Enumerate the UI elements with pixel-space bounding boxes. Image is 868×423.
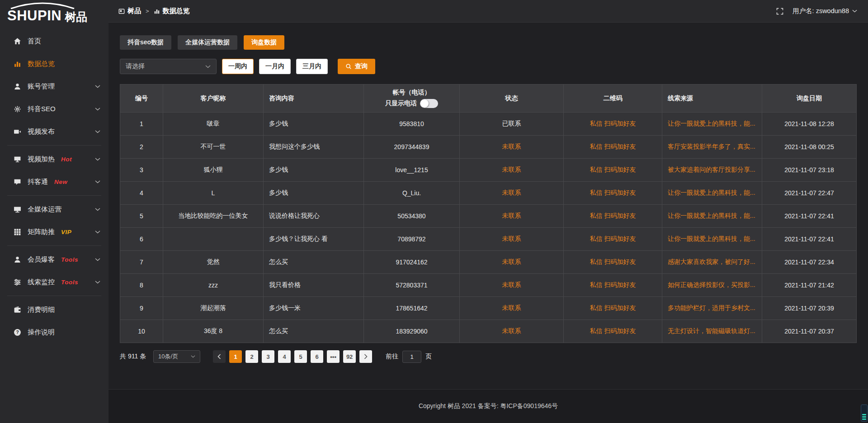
tab-douyin-seo-data[interactable]: 抖音seo数据 (120, 35, 171, 50)
tab-media-operation-data[interactable]: 全媒体运营数据 (178, 35, 237, 50)
sidebar-item-video-publish[interactable]: 视频发布 (0, 120, 108, 143)
breadcrumb-item-current[interactable]: 数据总览 (154, 7, 190, 15)
qrcode-link[interactable]: 私信 扫码加好友 (590, 212, 636, 219)
fullscreen-icon[interactable] (776, 8, 783, 15)
chevron-down-icon (95, 281, 100, 284)
next-page-button[interactable] (359, 350, 372, 363)
goto-page-input[interactable] (402, 351, 421, 363)
bar-chart-icon (154, 8, 160, 14)
page-button-5[interactable]: 5 (294, 350, 307, 363)
source-link[interactable]: 无主灯设计，智能磁吸轨道灯... (668, 327, 755, 334)
cell-status: 未联系 (460, 228, 564, 251)
page-button-6[interactable]: 6 (311, 350, 323, 363)
cell-qrcode: 私信 扫码加好友 (564, 320, 662, 343)
chevron-down-icon (852, 9, 857, 13)
cell-account: love__1215 (364, 159, 460, 182)
main-area: 树品 > 数据总览 用户名: zswodun88 (108, 0, 868, 423)
page-button-1[interactable]: 1 (229, 350, 242, 363)
cell-qrcode: 私信 扫码加好友 (564, 182, 662, 205)
qrcode-link[interactable]: 私信 扫码加好友 (590, 258, 636, 265)
source-link[interactable]: 感谢大家喜欢我家，被问了好... (668, 258, 755, 265)
cell-content: 说说价格让我死心 (264, 205, 364, 228)
logo-arc (8, 2, 77, 9)
sidebar-item-matrix-boost[interactable]: 矩阵助推 VIP (0, 221, 108, 243)
search-button[interactable]: 查询 (338, 59, 375, 74)
qrcode-link[interactable]: 私信 扫码加好友 (590, 120, 636, 127)
cell-date: 2021-11-07 22:41 (762, 228, 857, 251)
sidebar-item-operation-guide[interactable]: ? 操作说明 (0, 321, 108, 343)
cell-status: 未联系 (460, 320, 564, 343)
chevron-down-icon (95, 85, 100, 88)
sidebar-item-doukotong[interactable]: 抖客通 New (0, 170, 108, 193)
sidebar-item-video-heat[interactable]: 视频加热 Hot (0, 148, 108, 170)
page-button-4[interactable]: 4 (278, 350, 291, 363)
page-button-2[interactable]: 2 (245, 350, 258, 363)
sidebar-item-label: 消费明细 (28, 306, 55, 314)
content: 抖音seo数据全媒体运营数据询盘数据 请选择 一周内一月内三月内 查询 (108, 23, 868, 389)
menu-badge: Tools (61, 279, 78, 286)
header-id: 编号 (120, 85, 163, 113)
source-link[interactable]: 让你一眼就爱上的黑科技，能... (668, 235, 755, 242)
sidebar-item-consumption-detail[interactable]: 消费明细 (0, 298, 108, 321)
table-row: 3 狐小狸 多少钱 love__1215 未联系 私信 扫码加好友 被大家追着问… (120, 159, 857, 182)
source-link[interactable]: 让你一眼就爱上的黑科技，能... (668, 189, 755, 196)
cell-id: 5 (120, 205, 163, 228)
logo[interactable]: SHUPIN 树品 (0, 0, 108, 25)
cell-nickname (163, 228, 264, 251)
data-tabs: 抖音seo数据全媒体运营数据询盘数据 (120, 35, 857, 50)
source-link[interactable]: 多功能护栏灯，适用于乡村文... (668, 304, 755, 311)
period-buttons: 一周内一月内三月内 (222, 59, 328, 74)
cell-source: 让你一眼就爱上的黑科技，能... (662, 113, 762, 136)
status-badge: 未联系 (502, 304, 521, 311)
floating-widget[interactable] (861, 404, 868, 422)
qrcode-link[interactable]: 私信 扫码加好友 (590, 189, 636, 196)
source-link[interactable]: 如何正确选择投影仪，买投影... (668, 281, 755, 288)
qrcode-link[interactable]: 私信 扫码加好友 (590, 143, 636, 150)
page-button-3[interactable]: 3 (262, 350, 274, 363)
qrcode-link[interactable]: 私信 扫码加好友 (590, 304, 636, 311)
source-link[interactable]: 让你一眼就爱上的黑科技，能... (668, 120, 755, 127)
user-menu[interactable]: 用户名: zswodun88 (793, 7, 857, 15)
phone-only-label: 只显示电话 (385, 99, 417, 108)
sidebar-item-label: 会员爆客 (28, 255, 55, 264)
status-badge: 未联系 (502, 258, 521, 265)
goto-page: 前往 页 (386, 351, 432, 363)
page-button-92[interactable]: 92 (343, 350, 356, 363)
phone-only-toggle[interactable] (420, 99, 438, 108)
sidebar-item-home[interactable]: 首页 (0, 30, 108, 52)
sidebar-item-lead-monitor[interactable]: 线索监控 Tools (0, 271, 108, 293)
breadcrumb-item-root[interactable]: 树品 (118, 7, 141, 15)
period-button-quarter[interactable]: 三月内 (296, 59, 328, 74)
sidebar-item-account-management[interactable]: 账号管理 (0, 75, 108, 98)
tab-inquiry-data[interactable]: 询盘数据 (244, 35, 284, 50)
source-link[interactable]: 被大家追着问的客厅投影分享... (668, 166, 755, 173)
page-more-button[interactable]: ••• (327, 350, 340, 363)
source-link[interactable]: 客厅安装投影半年多了，真实... (668, 143, 755, 150)
sidebar-item-media-operation[interactable]: 全媒体运营 (0, 198, 108, 221)
menu-badge: Hot (61, 156, 72, 163)
filter-select[interactable]: 请选择 (120, 59, 217, 74)
source-link[interactable]: 让你一眼就爱上的黑科技，能... (668, 212, 755, 219)
prev-page-button[interactable] (213, 350, 226, 363)
period-button-week[interactable]: 一周内 (222, 59, 254, 74)
sidebar-item-member-baoke[interactable]: 会员爆客 Tools (0, 248, 108, 271)
sidebar-item-data-overview[interactable]: 数据总览 (0, 52, 108, 75)
qrcode-link[interactable]: 私信 扫码加好友 (590, 327, 636, 334)
qrcode-link[interactable]: 私信 扫码加好友 (590, 281, 636, 288)
page-size-select[interactable]: 10条/页 (153, 350, 200, 363)
search-icon (345, 63, 352, 70)
sidebar-item-label: 数据总览 (28, 60, 55, 68)
table-row: 6 多少钱？让我死心 看 70898792 未联系 私信 扫码加好友 让你一眼就… (120, 228, 857, 251)
table-row: 5 当地比较能吃的一位美女 说说价格让我死心 50534380 未联系 私信 扫… (120, 205, 857, 228)
sidebar-item-douyin-seo[interactable]: 抖音SEO (0, 98, 108, 120)
qrcode-link[interactable]: 私信 扫码加好友 (590, 235, 636, 242)
monitor-icon (13, 205, 22, 213)
pagination: 共 911 条 10条/页 123456•••92 前往 页 (120, 350, 857, 363)
filter-bar: 请选择 一周内一月内三月内 查询 (120, 59, 857, 74)
cell-source: 让你一眼就爱上的黑科技，能... (662, 228, 762, 251)
period-button-month[interactable]: 一月内 (259, 59, 291, 74)
table-row: 1 啵章 多少钱 9583810 已联系 私信 扫码加好友 让你一眼就爱上的黑科… (120, 113, 857, 136)
cell-id: 2 (120, 136, 163, 159)
sidebar-item-label: 账号管理 (28, 82, 55, 91)
qrcode-link[interactable]: 私信 扫码加好友 (590, 166, 636, 173)
